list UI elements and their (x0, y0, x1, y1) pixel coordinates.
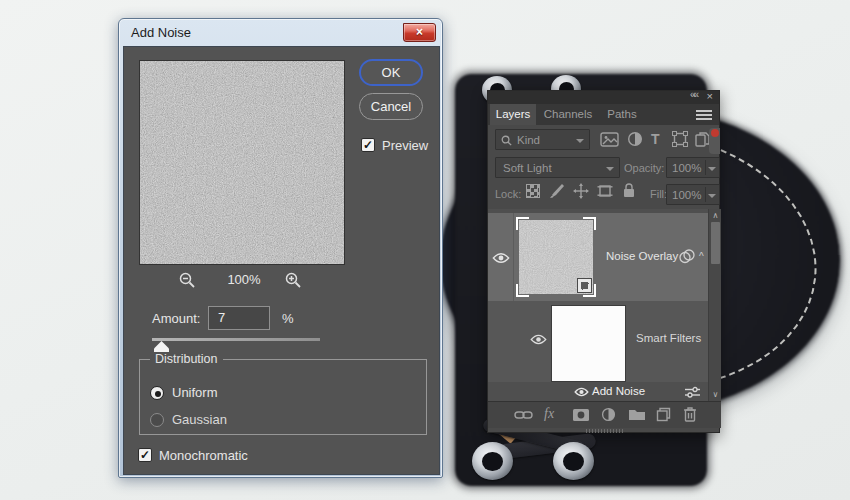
blend-mode-dropdown[interactable]: Soft Light (495, 157, 620, 178)
cancel-button[interactable]: Cancel (359, 93, 423, 120)
gaussian-label[interactable]: Gaussian (172, 412, 227, 427)
lock-label: Lock: (495, 188, 521, 200)
smart-filter-name[interactable]: Add Noise (592, 385, 645, 397)
zoom-in-icon[interactable] (284, 271, 302, 289)
distribution-group: Distribution Uniform Gaussian (139, 359, 427, 435)
filter-kind-dropdown[interactable]: Kind (495, 129, 590, 150)
ok-button[interactable]: OK (359, 59, 423, 86)
delete-layer-trash-icon[interactable] (683, 406, 697, 422)
amount-input[interactable]: 7 (208, 306, 270, 330)
filter-mask-thumbnail[interactable] (551, 305, 626, 382)
monochromatic-checkbox[interactable]: ✓ (138, 448, 152, 462)
lock-artboard-icon[interactable] (597, 183, 613, 199)
add-layer-mask-icon[interactable] (572, 408, 590, 422)
type-layer-filter-icon[interactable]: T (651, 131, 660, 147)
panel-tab-bar: Layers Channels Paths (488, 104, 719, 125)
layer-name[interactable]: Noise Overlay (606, 250, 678, 262)
new-group-folder-icon[interactable] (628, 408, 646, 421)
uniform-radio[interactable] (150, 386, 164, 400)
lock-pixels-brush-icon[interactable] (549, 183, 565, 199)
fill-label: Fill: (650, 188, 667, 200)
opacity-label: Opacity: (624, 162, 664, 174)
eye-icon[interactable] (492, 252, 510, 264)
chevron-down-icon (606, 167, 614, 175)
search-icon (500, 134, 513, 147)
preview-zoom-controls: 100% (164, 269, 324, 291)
layer-style-fx-icon[interactable]: fx (544, 406, 554, 422)
eye-icon[interactable] (574, 387, 589, 397)
zoom-out-icon[interactable] (178, 271, 196, 289)
layer-row-noise-overlay[interactable]: Noise Overlay ^ (488, 213, 708, 301)
visibility-column (488, 213, 514, 301)
add-noise-dialog: Add Noise × 100% (118, 18, 443, 478)
dialog-title: Add Noise (131, 25, 191, 40)
blend-mode-value: Soft Light (503, 162, 552, 174)
tab-layers[interactable]: Layers (490, 104, 536, 125)
layer-list: Noise Overlay ^ Smart Filters Add Noise (488, 209, 721, 401)
layer-row-smart-filters[interactable]: Smart Filters (488, 301, 708, 382)
layer-thumbnail[interactable] (516, 217, 596, 297)
adjustment-layer-icon[interactable] (601, 407, 616, 422)
pixel-layer-filter-icon[interactable] (600, 132, 619, 147)
smart-filter-entry-add-noise[interactable]: Add Noise (488, 384, 708, 400)
filter-blending-options-icon[interactable] (684, 386, 701, 398)
panel-topbar: «« × (488, 91, 719, 104)
dialog-body: 100% OK Cancel ✓ Preview Amount: 7 % Dis… (123, 46, 440, 475)
new-layer-icon[interactable] (656, 407, 671, 422)
shape-layer-filter-icon[interactable] (672, 131, 688, 147)
lock-position-icon[interactable] (573, 183, 589, 199)
lock-all-icon[interactable] (622, 182, 636, 198)
gaussian-radio[interactable] (150, 413, 164, 427)
close-panel-icon[interactable]: × (707, 90, 713, 102)
dialog-titlebar[interactable]: Add Noise × (119, 19, 442, 46)
chevron-down-icon (708, 167, 716, 175)
link-layers-icon[interactable] (514, 409, 533, 421)
percent-sign: % (282, 311, 294, 326)
adjustment-layer-filter-icon[interactable] (627, 131, 643, 147)
opacity-value: 100% (672, 162, 701, 174)
panel-menu-icon[interactable] (696, 110, 712, 120)
collapse-panel-icon[interactable]: «« (690, 89, 697, 100)
chevron-down-icon (576, 139, 584, 147)
kind-label: Kind (517, 134, 540, 146)
smart-object-filter-icon[interactable] (695, 131, 710, 147)
smart-filter-indicator-icon[interactable] (678, 249, 697, 264)
monochromatic-label: Monochromatic (159, 448, 248, 463)
uniform-label[interactable]: Uniform (172, 385, 218, 400)
zoom-level: 100% (216, 272, 272, 287)
layer-list-scrollbar[interactable]: ∧ ∨ (708, 209, 721, 401)
preview-checkbox[interactable]: ✓ (361, 138, 375, 152)
lock-transparency-icon[interactable] (526, 184, 540, 198)
metal-eyelet (553, 442, 594, 480)
amount-slider-track[interactable] (152, 338, 320, 341)
panel-toolbar: fx (488, 401, 721, 428)
chevron-down-icon (708, 194, 716, 202)
panel-resize-grip[interactable] (586, 429, 624, 433)
scrollbar-thumb[interactable] (711, 222, 720, 264)
fill-value: 100% (672, 189, 701, 201)
tab-channels[interactable]: Channels (538, 104, 598, 125)
smart-object-badge-icon (577, 278, 592, 293)
collapse-filters-caret[interactable]: ^ (699, 251, 704, 262)
layers-panel: «« × Layers Channels Paths Kind T (487, 90, 720, 433)
distribution-legend: Distribution (150, 352, 223, 366)
opacity-dropdown[interactable]: 100% (666, 157, 720, 178)
close-button[interactable]: × (403, 23, 436, 42)
scroll-down-icon[interactable]: ∨ (711, 390, 720, 399)
smart-filters-label: Smart Filters (636, 332, 701, 344)
scroll-up-icon[interactable]: ∧ (711, 211, 720, 220)
preview-checkbox-label: Preview (382, 138, 428, 153)
tab-paths[interactable]: Paths (600, 104, 644, 125)
fill-dropdown[interactable]: 100% (666, 184, 720, 205)
photoshop-workspace: Add Noise × 100% (0, 0, 850, 500)
filtering-toggle[interactable] (709, 128, 720, 154)
noise-preview-image[interactable] (139, 60, 345, 265)
metal-eyelet (472, 442, 513, 480)
amount-label: Amount: (152, 311, 200, 326)
eye-icon[interactable] (530, 334, 547, 345)
